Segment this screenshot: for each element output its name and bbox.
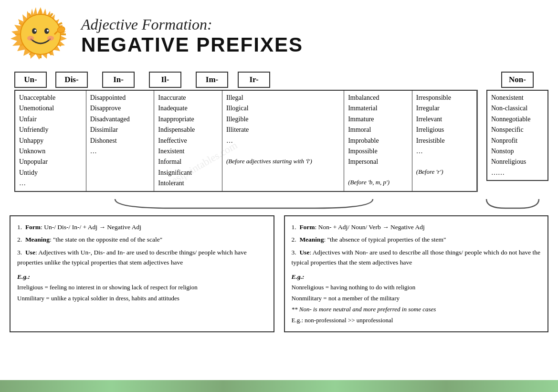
panel-left: 1. Form: Un-/ Dis-/ In-/ + Adj → Negativ… bbox=[10, 215, 274, 332]
panel-left-example2: Unmilitary = unlike a typical soldier in… bbox=[17, 294, 267, 304]
prefix-un: Un- bbox=[14, 72, 47, 88]
panel-right-example3: E.g.: non-professional >> unprofessional bbox=[292, 316, 541, 326]
prefix-non-row: Non- bbox=[486, 72, 548, 88]
brace-row bbox=[14, 197, 544, 213]
panel-left-item2: 2. Meaning: "the state on the opposite e… bbox=[17, 234, 267, 245]
panel-right-eg-label: E.g.: bbox=[292, 272, 541, 282]
col-ir: Irresponsible Irregular Irrelevant Irrel… bbox=[412, 90, 477, 191]
panel-left-eg-label: E.g.: bbox=[17, 272, 267, 282]
prefix-dis: Dis- bbox=[55, 72, 88, 88]
prefix-il: Il- bbox=[149, 72, 181, 88]
prefix-table-left: Unacceptable Unemotional Unfair Unfriend… bbox=[14, 90, 478, 192]
panel-right-example2: Nonmilitary = not a member of the milita… bbox=[292, 294, 541, 304]
col-un: Unacceptable Unemotional Unfair Unfriend… bbox=[15, 90, 86, 191]
col-non: Nonexistent Non-classical Nonnegotiable … bbox=[487, 90, 548, 180]
prefix-in: In- bbox=[102, 72, 135, 88]
svg-point-16 bbox=[34, 30, 36, 32]
col-dis: Disappointed Disapprove Disadvantaged Di… bbox=[86, 90, 154, 191]
col-il: Illegal Illogical Illegible Illiterate …… bbox=[222, 90, 344, 191]
header: Adjective Formation: NEGATIVE PREFIXES bbox=[10, 5, 548, 67]
panel-right-note: ** Non- is more neutral and more preferr… bbox=[292, 305, 541, 315]
panel-right: 1. Form: Non- + Adj/ Noun/ Verb → Negati… bbox=[284, 215, 549, 332]
col-in: Inaccurate Inadequate Inappropriate Indi… bbox=[154, 90, 222, 191]
sun-graphic bbox=[10, 5, 72, 67]
page: Adjective Formation: NEGATIVE PREFIXES U… bbox=[0, 0, 558, 392]
svg-point-18 bbox=[27, 36, 34, 41]
bottom-panels: 1. Form: Un-/ Dis-/ In-/ + Adj → Negativ… bbox=[10, 215, 548, 332]
bottom-decoration bbox=[0, 380, 558, 392]
panel-left-item1: 1. Form: Un-/ Dis-/ In-/ + Adj → Negativ… bbox=[17, 222, 267, 233]
panel-right-item2: 2. Meaning: "the absence of typical prop… bbox=[292, 234, 541, 245]
svg-point-19 bbox=[47, 36, 54, 41]
title-block: Adjective Formation: NEGATIVE PREFIXES bbox=[81, 16, 303, 56]
svg-point-17 bbox=[47, 30, 49, 32]
panel-left-item3: 3. Use: Adjectives with Un-, Dis- and In… bbox=[17, 247, 267, 268]
panel-right-example1: Nonreligious = having nothing to do with… bbox=[292, 283, 541, 293]
prefix-row: Un- Dis- In- Il- Im- Ir- bbox=[14, 72, 478, 88]
prefix-non: Non- bbox=[501, 72, 534, 88]
prefix-im: Im- bbox=[196, 72, 228, 88]
brace-right bbox=[482, 197, 544, 213]
panel-left-example1: Irreligious = feeling no interest in or … bbox=[17, 283, 267, 293]
col-im: Imbalanced Immaterial Immature Immoral I… bbox=[344, 90, 412, 191]
prefix-table-right: Nonexistent Non-classical Nonnegotiable … bbox=[486, 90, 548, 181]
prefix-ir: Ir- bbox=[238, 72, 270, 88]
panel-right-item1: 1. Form: Non- + Adj/ Noun/ Verb → Negati… bbox=[292, 222, 541, 233]
panel-right-item3: 3. Use: Adjectives with Non- are used to… bbox=[292, 247, 541, 268]
title-bold: NEGATIVE PREFIXES bbox=[81, 33, 303, 56]
brace-left bbox=[101, 197, 387, 213]
title-cursive: Adjective Formation: bbox=[81, 16, 303, 33]
